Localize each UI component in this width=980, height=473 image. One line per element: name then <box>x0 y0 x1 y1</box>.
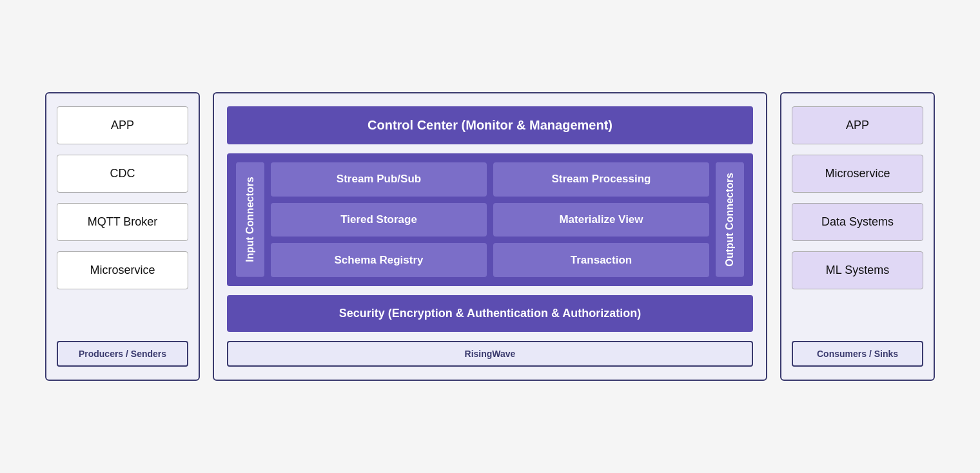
center-panel: Control Center (Monitor & Management) In… <box>213 92 767 381</box>
right-items: APP Microservice Data Systems ML Systems <box>792 106 923 331</box>
security-bar: Security (Encryption & Authentication & … <box>227 295 753 332</box>
middle-section: Input Connectors Stream Pub/Sub Stream P… <box>227 153 753 286</box>
right-item-ml-systems: ML Systems <box>792 251 923 289</box>
control-center-bar: Control Center (Monitor & Management) <box>227 106 753 144</box>
grid-item-transaction: Transaction <box>493 243 709 277</box>
left-item-app: APP <box>57 106 188 144</box>
center-bottom-label: RisingWave <box>227 341 753 367</box>
left-item-mqtt: MQTT Broker <box>57 203 188 241</box>
main-container: APP CDC MQTT Broker Microservice Produce… <box>26 73 954 400</box>
output-connector-label: Output Connectors <box>716 162 744 277</box>
left-item-cdc: CDC <box>57 155 188 193</box>
grid-item-stream-pubsub: Stream Pub/Sub <box>271 162 487 197</box>
right-panel: APP Microservice Data Systems ML Systems… <box>780 92 935 381</box>
center-inner: Control Center (Monitor & Management) In… <box>227 106 753 332</box>
right-item-data-systems: Data Systems <box>792 203 923 241</box>
left-bottom-label: Producers / Senders <box>57 341 188 367</box>
right-bottom-label: Consumers / Sinks <box>792 341 923 367</box>
grid-item-tiered-storage: Tiered Storage <box>271 203 487 237</box>
right-item-app: APP <box>792 106 923 144</box>
input-connector-label: Input Connectors <box>236 162 264 277</box>
right-item-microservice: Microservice <box>792 155 923 193</box>
left-panel: APP CDC MQTT Broker Microservice Produce… <box>45 92 200 381</box>
left-items: APP CDC MQTT Broker Microservice <box>57 106 188 331</box>
grid-item-materialize-view: Materialize View <box>493 203 709 237</box>
grid-item-schema-registry: Schema Registry <box>271 243 487 277</box>
grid-area: Stream Pub/Sub Stream Processing Tiered … <box>271 162 709 277</box>
grid-item-stream-processing: Stream Processing <box>493 162 709 197</box>
left-item-microservice: Microservice <box>57 251 188 289</box>
